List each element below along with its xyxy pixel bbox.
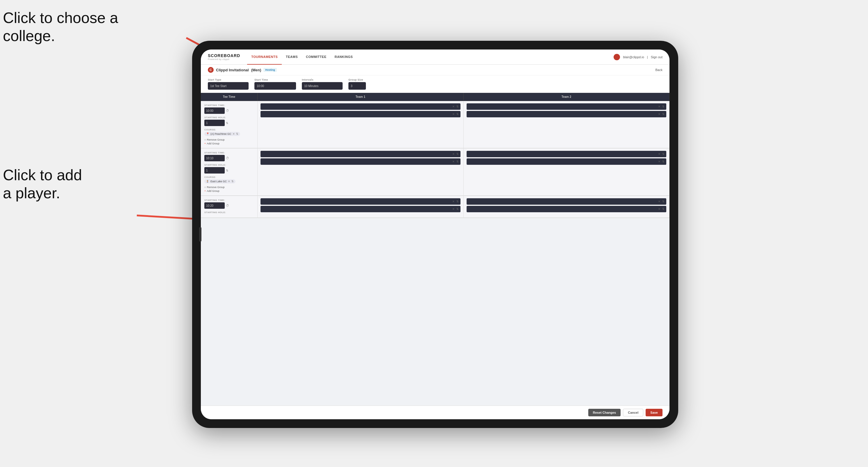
remove-group-1[interactable]: ○ Remove Group xyxy=(204,138,254,141)
clock-icon-2: ⏱ xyxy=(226,156,229,160)
save-button[interactable]: Save xyxy=(646,409,662,416)
th-tee-time: Tee Time xyxy=(201,93,258,101)
add-group-2[interactable]: + Add Group xyxy=(204,190,254,192)
hole-select-1[interactable]: 1 10 xyxy=(204,120,225,126)
player-slot-6-2[interactable]: ✕ ⇅ xyxy=(467,206,666,212)
player-arrows-6-1[interactable]: ⇅ xyxy=(662,200,664,203)
time-input-2[interactable] xyxy=(204,155,225,161)
player-slot-5-1[interactable]: ✕ ⇅ xyxy=(260,198,461,205)
player-x-4-2[interactable]: ✕ xyxy=(658,160,660,163)
player-x-5-2[interactable]: ✕ xyxy=(452,208,455,211)
player-x-1-1[interactable]: ✕ xyxy=(452,105,455,108)
time-input-row-2: ⏱ xyxy=(204,155,254,161)
course-tag-1[interactable]: 📍 (A) Peachtree GC ✕ ⇅ xyxy=(204,132,240,136)
group-row-1: STARTING TIME: ⏱ STARTING HOLE: 1 10 ⇅ C… xyxy=(201,101,670,149)
player-x-6-1[interactable]: ✕ xyxy=(658,200,660,203)
sub-header: C Clippd Invitational (Men) Hosting Back xyxy=(201,65,670,75)
clippd-logo: C xyxy=(208,67,214,73)
team2-cell-1: ✕ ⇅ ✕ ⇅ xyxy=(464,101,670,148)
player-arrows-4-2[interactable]: ⇅ xyxy=(662,160,664,163)
course-remove-2[interactable]: ✕ xyxy=(228,180,230,183)
course-label-1: COURSE: xyxy=(204,128,254,131)
player-x-4-1[interactable]: ✕ xyxy=(658,153,660,155)
player-slot-3-2[interactable]: ✕ ⇅ xyxy=(260,158,461,165)
player-arrows-2-1[interactable]: ⇅ xyxy=(662,105,664,108)
intervals-group: Intervals 10 Minutes 8 Minutes 12 Minute… xyxy=(302,78,343,90)
tournament-title: C Clippd Invitational (Men) Hosting xyxy=(208,67,277,73)
nav-link-teams[interactable]: TEAMS xyxy=(282,50,302,65)
player-arrows-3-1[interactable]: ⇅ xyxy=(457,153,459,155)
user-avatar xyxy=(614,54,620,60)
player-x-3-2[interactable]: ✕ xyxy=(452,160,455,163)
course-remove-1[interactable]: ✕ xyxy=(232,132,235,135)
hole-row-2: 1 10 ⇅ xyxy=(204,167,254,174)
player-arrows-3-2[interactable]: ⇅ xyxy=(457,160,459,163)
remove-icon-2: ○ xyxy=(204,186,206,189)
player-slot-4-2[interactable]: ✕ ⇅ xyxy=(467,158,666,165)
time-input-row-3: ⏱ xyxy=(204,203,254,209)
player-slot-5-2[interactable]: ✕ ⇅ xyxy=(260,206,461,212)
player-slot-3-1[interactable]: ✕ ⇅ xyxy=(260,151,461,157)
hole-arrows-2: ⇅ xyxy=(226,169,228,172)
nav-link-rankings[interactable]: RANKINGS xyxy=(330,50,357,65)
form-row: Start Type 1st Tee Start Shotgun Start S… xyxy=(201,75,670,93)
logo-text: SCOREBOARD xyxy=(208,53,240,58)
player-slot-1-2[interactable]: ✕ ⇅ xyxy=(260,111,461,117)
player-x-5-1[interactable]: ✕ xyxy=(452,200,455,203)
player-slot-1-1[interactable]: ✕ ⇅ xyxy=(260,103,461,110)
course-icon-1: 📍 xyxy=(206,132,209,135)
player-arrows-5-2[interactable]: ⇅ xyxy=(457,208,459,211)
course-tag-2[interactable]: 🏌 East Lake GC ✕ ⇅ xyxy=(204,179,236,183)
starting-time-label-1: STARTING TIME: xyxy=(204,104,254,106)
main-content[interactable]: STARTING TIME: ⏱ STARTING HOLE: 1 10 ⇅ C… xyxy=(201,101,670,406)
nav-link-tournaments[interactable]: TOURNAMENTS xyxy=(247,50,282,65)
team1-cell-1: ✕ ⇅ ✕ ⇅ xyxy=(258,101,464,148)
player-arrows-6-2[interactable]: ⇅ xyxy=(662,208,664,211)
reset-button[interactable]: Reset Changes xyxy=(588,409,621,416)
player-arrows-1-1[interactable]: ⇅ xyxy=(457,105,459,108)
clock-icon-1: ⏱ xyxy=(226,109,229,113)
player-x-2-1[interactable]: ✕ xyxy=(658,105,660,108)
remove-group-2[interactable]: ○ Remove Group xyxy=(204,186,254,189)
player-arrows-2-2[interactable]: ⇅ xyxy=(662,113,664,116)
starting-time-label-2: STARTING TIME: xyxy=(204,151,254,154)
group-left-1: STARTING TIME: ⏱ STARTING HOLE: 1 10 ⇅ C… xyxy=(201,101,258,148)
clock-icon-3: ⏱ xyxy=(226,204,229,207)
nav-link-committee[interactable]: COMMITTEE xyxy=(302,50,331,65)
cancel-button[interactable]: Cancel xyxy=(623,409,643,416)
add-group-1[interactable]: + Add Group xyxy=(204,142,254,145)
logo-area: SCOREBOARD Powered by clippd xyxy=(208,53,240,61)
group-size-select[interactable]: 3 4 2 xyxy=(348,82,366,90)
time-input-3[interactable] xyxy=(204,203,225,209)
start-type-select[interactable]: 1st Tee Start Shotgun Start xyxy=(208,82,249,90)
sign-out-link[interactable]: Sign out xyxy=(651,55,662,59)
plus-icon-2: + xyxy=(204,190,206,192)
player-arrows-5-1[interactable]: ⇅ xyxy=(457,200,459,203)
start-time-input[interactable] xyxy=(254,82,296,90)
player-x-2-2[interactable]: ✕ xyxy=(658,113,660,116)
team2-cell-2: ✕ ⇅ ✕ ⇅ xyxy=(464,149,670,195)
player-x-3-1[interactable]: ✕ xyxy=(452,153,455,155)
tournament-name: Clippd Invitational xyxy=(216,68,249,72)
time-input-1[interactable] xyxy=(204,107,225,114)
time-input-row-1: ⏱ xyxy=(204,107,254,114)
player-slot-2-2[interactable]: ✕ ⇅ xyxy=(467,111,666,117)
player-x-1-2[interactable]: ✕ xyxy=(452,113,455,116)
player-slot-2-1[interactable]: ✕ ⇅ xyxy=(467,103,666,110)
annotation-choose-college: Click to choose a college. xyxy=(3,9,118,45)
divider: | xyxy=(647,55,648,59)
player-slot-6-1[interactable]: ✕ ⇅ xyxy=(467,198,666,205)
tablet-frame: SCOREBOARD Powered by clippd TOURNAMENTS… xyxy=(192,41,678,428)
back-button[interactable]: Back xyxy=(655,68,662,72)
player-x-6-2[interactable]: ✕ xyxy=(658,208,660,211)
intervals-select[interactable]: 10 Minutes 8 Minutes 12 Minutes xyxy=(302,82,343,90)
start-type-label: Start Type xyxy=(208,78,249,81)
start-time-label: Start Time xyxy=(254,78,296,81)
player-arrows-1-2[interactable]: ⇅ xyxy=(457,113,459,116)
player-slot-4-1[interactable]: ✕ ⇅ xyxy=(467,151,666,157)
top-nav: SCOREBOARD Powered by clippd TOURNAMENTS… xyxy=(201,50,670,65)
starting-hole-label-3: STARTING HOLE: xyxy=(204,211,254,214)
action-links-2: ○ Remove Group + Add Group xyxy=(204,186,254,192)
player-arrows-4-1[interactable]: ⇅ xyxy=(662,153,664,155)
hole-select-2[interactable]: 1 10 xyxy=(204,167,225,174)
